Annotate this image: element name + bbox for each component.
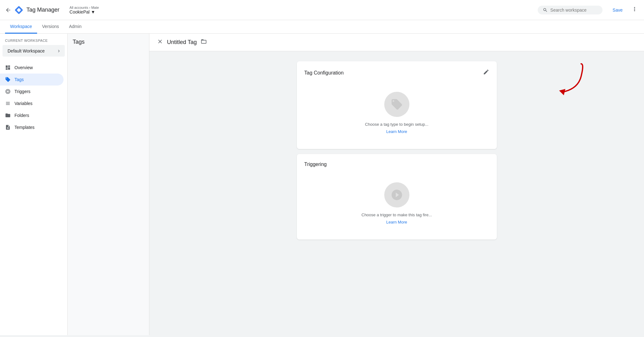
sidebar-item-triggers-label: Triggers — [14, 89, 31, 94]
sidebar-item-triggers[interactable]: Triggers — [0, 86, 64, 97]
accounts-breadcrumb: All accounts › Mate — [69, 6, 99, 9]
workspace-chevron-icon: › — [58, 47, 60, 54]
search-input[interactable] — [550, 8, 597, 13]
sidebar-item-folders-label: Folders — [14, 113, 29, 118]
search-icon — [543, 8, 548, 13]
tag-folder-icon[interactable] — [201, 38, 207, 46]
search-area — [538, 6, 602, 14]
triggering-description: Choose a trigger to make this tag fire..… — [362, 213, 432, 217]
triggering-title: Triggering — [304, 162, 327, 167]
tags-panel-title: Tags — [73, 39, 144, 45]
tags-panel: Tags — [68, 34, 149, 335]
tag-configuration-icon-circle — [384, 92, 409, 117]
sidebar-item-tags[interactable]: Tags — [0, 74, 64, 86]
tag-configuration-title: Tag Configuration — [304, 70, 344, 76]
tag-icon — [391, 98, 403, 111]
current-workspace-label: CURRENT WORKSPACE — [0, 37, 67, 45]
tag-body: Tag Configuration Ch — [287, 51, 507, 250]
account-selector[interactable]: CookiePal ▼ — [69, 9, 99, 14]
svg-marker-2 — [559, 89, 565, 95]
sidebar-item-overview-label: Overview — [14, 65, 33, 70]
sidebar-item-overview[interactable]: Overview — [0, 62, 64, 74]
sidebar-item-folders[interactable]: Folders — [0, 109, 64, 121]
trigger-icon — [391, 189, 403, 201]
sidebar-item-tags-label: Tags — [14, 77, 24, 82]
sidebar-item-variables-label: Variables — [14, 101, 32, 106]
tab-versions[interactable]: Versions — [37, 20, 64, 34]
workspace-name: Default Workspace — [8, 48, 45, 53]
sidebar-item-templates[interactable]: Templates — [0, 121, 64, 133]
templates-icon — [5, 124, 11, 130]
main-layout: CURRENT WORKSPACE Default Workspace › Ov… — [0, 34, 644, 335]
sidebar-item-variables[interactable]: Variables — [0, 97, 64, 109]
account-chevron-icon: ▼ — [91, 9, 95, 14]
save-button[interactable]: Save — [608, 5, 628, 15]
triggering-learn-more[interactable]: Learn More — [386, 220, 407, 224]
tag-detail-wrapper: Untitled Tag Tag Configuration — [149, 34, 644, 335]
workspace-selector[interactable]: Default Workspace › — [3, 45, 65, 57]
header-right: Save — [608, 5, 639, 15]
tag-close-button[interactable] — [157, 38, 163, 46]
card-header-configuration: Tag Configuration — [304, 69, 489, 77]
tag-configuration-description: Choose a tag type to begin setup... — [365, 122, 429, 127]
triggering-icon-circle — [384, 182, 409, 207]
tags-icon — [5, 77, 11, 82]
top-header: Tag Manager All accounts › Mate CookiePa… — [0, 0, 644, 20]
app-title: Tag Manager — [26, 7, 59, 13]
triggers-icon — [5, 89, 11, 94]
gtm-logo — [14, 5, 24, 15]
card-header-triggering: Triggering — [304, 162, 489, 167]
tag-configuration-content: Choose a tag type to begin setup... Lear… — [304, 84, 489, 141]
logo-area: Tag Manager — [14, 5, 59, 15]
tab-workspace[interactable]: Workspace — [5, 20, 37, 34]
sidebar-item-templates-label: Templates — [14, 125, 35, 130]
triggering-content: Choose a trigger to make this tag fire..… — [304, 175, 489, 232]
tag-title: Untitled Tag — [167, 39, 197, 46]
back-button[interactable] — [5, 7, 11, 13]
tag-detail: Tag Configuration Ch — [149, 51, 644, 335]
nav-tabs: Workspace Versions Admin — [0, 20, 644, 34]
tab-admin[interactable]: Admin — [64, 20, 86, 34]
overview-icon — [5, 65, 11, 70]
tag-configuration-learn-more[interactable]: Learn More — [386, 129, 407, 134]
tag-configuration-edit-button[interactable] — [483, 69, 489, 77]
triggering-card: Triggering Choose a trigger to make this… — [297, 154, 497, 240]
variables-icon — [5, 101, 11, 106]
account-info: All accounts › Mate CookiePal ▼ — [69, 6, 99, 14]
account-name-text: CookiePal — [69, 9, 90, 14]
sidebar: CURRENT WORKSPACE Default Workspace › Ov… — [0, 34, 68, 335]
tag-main-header: Untitled Tag — [149, 34, 644, 51]
red-arrow-annotation — [550, 58, 587, 102]
more-menu-button[interactable] — [630, 5, 639, 15]
tag-configuration-card: Tag Configuration Ch — [297, 61, 497, 149]
folders-icon — [5, 113, 11, 118]
